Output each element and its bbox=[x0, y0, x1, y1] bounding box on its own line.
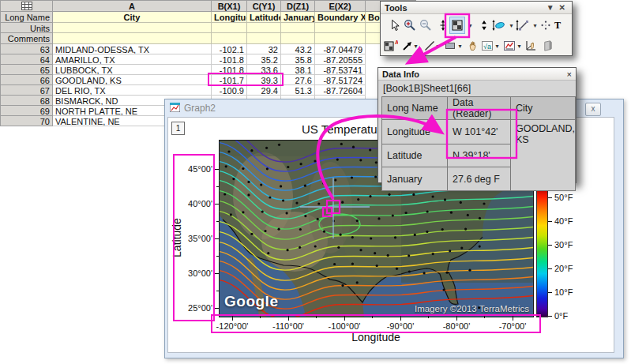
close-icon[interactable]: x bbox=[585, 103, 601, 116]
station-dot bbox=[443, 288, 445, 291]
arrow-tool-dropdown-icon[interactable]: ▾ bbox=[412, 37, 419, 54]
comments-cell[interactable] bbox=[315, 33, 366, 44]
longitude-cell[interactable]: -101.7 bbox=[212, 75, 247, 85]
data-reader-icon[interactable] bbox=[435, 17, 451, 34]
boundary-x-cell[interactable]: -87.20555 bbox=[315, 54, 366, 65]
pointer-icon[interactable] bbox=[386, 17, 402, 34]
station-dot bbox=[286, 212, 288, 214]
close-icon[interactable]: ✕ bbox=[557, 3, 568, 12]
equation-icon[interactable]: √a bbox=[479, 37, 495, 54]
screen-reader-icon[interactable] bbox=[449, 17, 465, 34]
insert-graph-icon[interactable] bbox=[501, 37, 517, 54]
row-number[interactable]: 66 bbox=[1, 75, 53, 85]
text-tool-icon[interactable]: T bbox=[550, 17, 565, 34]
vertical-cursor-icon[interactable] bbox=[476, 17, 492, 34]
layer-badge[interactable]: 1 bbox=[171, 122, 185, 135]
line-tool-dropdown-icon[interactable]: ▾ bbox=[434, 37, 441, 54]
city-cell[interactable]: GOODLAND, KS bbox=[53, 75, 212, 85]
station-dot bbox=[387, 254, 389, 257]
door-icon[interactable] bbox=[539, 37, 555, 54]
units-cell[interactable] bbox=[212, 23, 247, 33]
january-cell[interactable]: 51.3 bbox=[281, 85, 315, 96]
y-tick-mark bbox=[214, 273, 219, 274]
annotation-icon[interactable] bbox=[490, 17, 506, 34]
pan-hand-icon[interactable] bbox=[464, 37, 480, 54]
tools-toolbar[interactable]: Tools ▼ ✕ ▾▾▾TA▾▾▾√a▾▾ bbox=[380, 1, 573, 56]
rectangle-tool-icon[interactable] bbox=[442, 37, 458, 54]
city-cell[interactable]: LUBBOCK, TX bbox=[53, 65, 212, 75]
long-name-row-label[interactable]: Long Name bbox=[1, 12, 53, 23]
long-name-cell[interactable]: Latitude bbox=[247, 12, 281, 23]
january-cell[interactable]: 43.2 bbox=[281, 44, 315, 54]
january-cell[interactable]: 38.1 bbox=[281, 65, 315, 75]
comments-cell[interactable] bbox=[53, 33, 212, 44]
longitude-cell[interactable]: -101.8 bbox=[212, 54, 247, 65]
city-cell[interactable]: AMARILLO, TX bbox=[53, 54, 212, 65]
column-header[interactable]: B(X1) bbox=[212, 1, 247, 12]
data-info-window[interactable]: Data Info × [Book1B]Sheet1[66] Long Name… bbox=[377, 67, 577, 183]
longitude-cell[interactable]: -100.9 bbox=[212, 85, 247, 96]
row-number[interactable]: 68 bbox=[1, 96, 53, 106]
boundary-x-cell[interactable]: -87.04479 bbox=[315, 44, 366, 54]
longitude-cell[interactable]: -102.1 bbox=[212, 44, 247, 54]
january-cell[interactable]: 27.6 bbox=[281, 75, 315, 85]
zoom-out-icon[interactable] bbox=[418, 17, 434, 34]
boundary-x-cell[interactable]: -87.51724 bbox=[315, 75, 366, 85]
row-number[interactable]: 70 bbox=[1, 116, 53, 126]
station-dot bbox=[479, 246, 481, 248]
station-dot bbox=[223, 193, 226, 195]
row-number[interactable]: 64 bbox=[1, 54, 53, 65]
city-cell[interactable]: DEL RIO, TX bbox=[53, 85, 212, 96]
long-name-cell[interactable]: City bbox=[53, 12, 212, 23]
units-cell[interactable] bbox=[315, 23, 366, 33]
draw-data-icon[interactable] bbox=[514, 17, 530, 34]
rotate-axes-icon[interactable] bbox=[523, 37, 539, 54]
y-minor-tick bbox=[216, 256, 219, 257]
long-name-cell[interactable]: Boundary X bbox=[315, 12, 366, 23]
longitude-cell[interactable]: -101.8 bbox=[212, 65, 247, 75]
units-cell[interactable] bbox=[281, 23, 315, 33]
column-header[interactable]: E(X2) bbox=[315, 1, 366, 12]
row-number[interactable]: 67 bbox=[1, 85, 53, 96]
units-cell[interactable] bbox=[53, 23, 212, 33]
column-header[interactable]: A bbox=[53, 1, 212, 12]
latitude-cell[interactable]: 33.6 bbox=[247, 65, 281, 75]
long-name-cell[interactable]: January bbox=[281, 12, 315, 23]
column-header[interactable]: C(Y1) bbox=[247, 1, 281, 12]
row-number[interactable]: 63 bbox=[1, 44, 53, 54]
column-header[interactable]: D(Z1) bbox=[281, 1, 315, 12]
city-cell[interactable]: MIDLAND-ODESSA, TX bbox=[53, 44, 212, 54]
units-row-label[interactable]: Units bbox=[1, 23, 53, 33]
station-dot bbox=[299, 246, 301, 249]
row-number[interactable]: 69 bbox=[1, 106, 53, 116]
tools-titlebar[interactable]: Tools ▼ ✕ bbox=[381, 2, 572, 14]
station-dot bbox=[278, 144, 280, 146]
latitude-cell[interactable]: 29.4 bbox=[247, 85, 281, 96]
screen-reader-dropdown-icon[interactable]: ▾ bbox=[467, 17, 474, 34]
colorbar-tick-mark bbox=[548, 245, 552, 246]
comments-cell[interactable] bbox=[281, 33, 315, 44]
long-name-cell[interactable]: Longitude bbox=[212, 12, 247, 23]
latitude-cell[interactable]: 39.3 bbox=[247, 75, 281, 85]
latitude-cell[interactable]: 32 bbox=[247, 44, 281, 54]
january-cell[interactable]: 35.8 bbox=[281, 54, 315, 65]
latitude-cell[interactable]: 35.2 bbox=[247, 54, 281, 65]
google-logo: Google bbox=[224, 293, 278, 310]
close-icon[interactable]: × bbox=[567, 69, 572, 79]
data-info-titlebar[interactable]: Data Info × bbox=[378, 68, 576, 81]
comments-cell[interactable] bbox=[247, 33, 281, 44]
worksheet-corner-icon[interactable] bbox=[1, 1, 53, 12]
row-number[interactable]: 65 bbox=[1, 65, 53, 75]
zoom-in-icon[interactable] bbox=[402, 17, 418, 34]
insert-graph-dropdown-icon[interactable]: ▾ bbox=[516, 37, 523, 54]
data-info-value: N 39°18' bbox=[448, 144, 511, 167]
boundary-x-cell[interactable]: -87.72604 bbox=[315, 85, 366, 96]
boundary-x-cell[interactable]: -87.53741 bbox=[315, 65, 366, 75]
screen-reader-annot-icon[interactable]: A bbox=[383, 37, 399, 54]
rectangle-tool-dropdown-icon[interactable]: ▾ bbox=[456, 37, 464, 54]
comments-row-label[interactable]: Comments bbox=[1, 33, 53, 44]
equation-dropdown-icon[interactable]: ▾ bbox=[494, 37, 501, 54]
comments-cell[interactable] bbox=[212, 33, 247, 44]
units-cell[interactable] bbox=[247, 23, 281, 33]
dropdown-triangle-icon[interactable]: ▼ bbox=[544, 3, 557, 12]
